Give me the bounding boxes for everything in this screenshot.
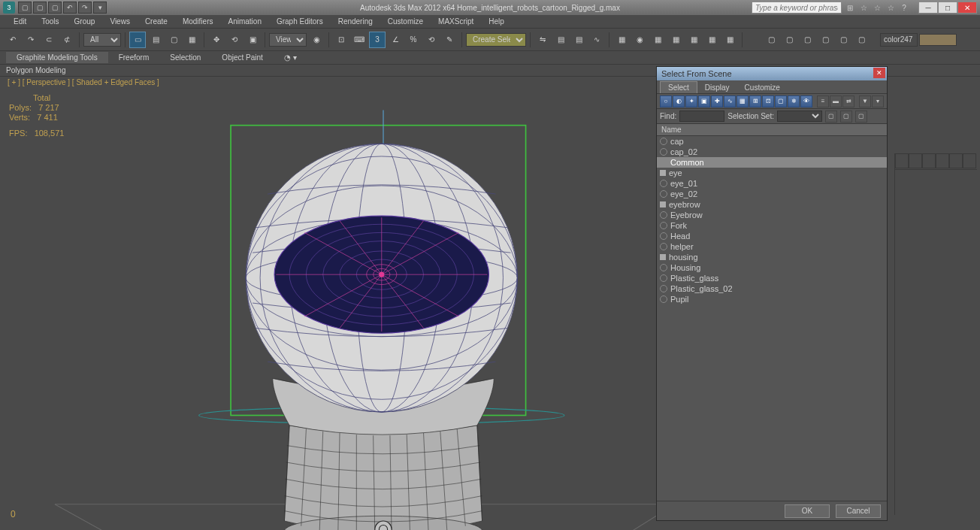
filter-hidden-icon[interactable]: 👁 [800,95,812,108]
move-icon[interactable]: ✥ [208,32,225,48]
filter-frozen-icon[interactable]: ❄ [788,95,800,108]
rules-icon[interactable]: ▢ [817,32,833,48]
view-dropdown-icon[interactable]: ▾ [872,95,884,108]
menu-maxscript[interactable]: MAXScript [431,16,481,27]
spinner-snap-icon[interactable]: ⟲ [423,32,440,48]
unlink-icon[interactable]: ⊄ [59,32,75,48]
mirror-icon[interactable]: ⇋ [534,32,551,48]
link-icon[interactable]: ⊂ [41,32,57,48]
selset-btn3-icon[interactable]: ▢ [855,111,867,123]
list-item[interactable]: cap [657,136,887,147]
selection-filter[interactable]: All [83,33,121,47]
material-editor-icon[interactable]: ◉ [631,32,648,48]
list-item[interactable]: eye [657,168,887,178]
list-item[interactable]: housing [657,252,887,262]
manipulate-icon[interactable]: ⊡ [333,32,349,48]
list-item[interactable]: Housing [657,262,887,273]
edit-named-sel-icon[interactable]: ✎ [441,32,458,48]
qat-save-icon[interactable]: ▢ [48,2,62,14]
list-item[interactable]: Common [657,157,887,168]
render-setup-icon[interactable]: ▦ [649,32,666,48]
close-button[interactable]: ✕ [957,2,977,14]
filter-light-icon[interactable]: ✦ [685,95,697,108]
update-container-icon[interactable]: ▢ [799,32,815,48]
render-production-icon[interactable]: ▦ [721,32,738,48]
edit-container-icon[interactable]: ▢ [781,32,797,48]
align-icon[interactable]: ▤ [552,32,569,48]
named-selection-set[interactable]: Create Selection Se [466,33,526,47]
filter-container-icon[interactable]: ▢ [775,95,787,108]
cmd-create-tab[interactable] [895,153,909,168]
ok-button[interactable]: OK [785,504,830,518]
exchange-icon[interactable]: ☆ [872,2,882,13]
cmd-hierarchy-tab[interactable] [922,153,936,168]
ribbon-object-paint[interactable]: Object Paint [211,52,273,63]
list-item[interactable]: eye_01 [657,178,887,189]
cmd-modify-tab[interactable] [909,153,922,168]
menu-help[interactable]: Help [481,16,512,27]
menu-views[interactable]: Views [102,16,138,27]
window-crossing-icon[interactable]: ▦ [183,32,200,48]
list-item[interactable]: cap_02 [657,147,887,157]
filter-spacewarp-icon[interactable]: ∿ [724,95,736,108]
list-item[interactable]: Head [657,231,887,241]
menu-modifiers[interactable]: Modifiers [175,16,221,27]
schematic-view-icon[interactable]: ▦ [613,32,630,48]
selset-dropdown[interactable] [777,111,822,122]
menu-tools[interactable]: Tools [34,16,66,27]
list-none-icon[interactable]: ▬ [830,95,842,108]
qat-more-icon[interactable]: ▾ [93,2,107,14]
ribbon-selection[interactable]: Selection [159,52,211,63]
cmd-display-tab[interactable] [949,153,963,168]
menu-edit[interactable]: Edit [6,16,34,27]
scale-icon[interactable]: ▣ [244,32,261,48]
lock-icon[interactable]: ▢ [853,32,870,48]
ribbon-min-icon[interactable]: ◔ ▾ [274,52,307,63]
select-region-icon[interactable]: ▢ [165,32,182,48]
dialog-tab-customize[interactable]: Customize [737,82,788,93]
pivot-center-icon[interactable]: ◉ [308,32,325,48]
list-item[interactable]: eyebrow [657,199,887,210]
color-name-input[interactable] [880,33,918,47]
list-header-name[interactable]: Name [657,124,887,136]
dialog-tab-select[interactable]: Select [660,81,697,93]
filter-bone-icon[interactable]: ⊡ [762,95,774,108]
dialog-titlebar[interactable]: Select From Scene ✕ [657,67,887,80]
help-icon[interactable]: ? [899,2,909,13]
undo-icon[interactable]: ↶ [5,32,21,48]
qat-undo-icon[interactable]: ↶ [63,2,77,14]
keyboard-shortcut-icon[interactable]: ⌨ [351,32,368,48]
menu-rendering[interactable]: Rendering [331,16,380,27]
override-icon[interactable]: ▢ [835,32,851,48]
list-item[interactable]: Plastic_glass [657,273,887,283]
list-item[interactable]: eye_02 [657,189,887,199]
rotate-icon[interactable]: ⟲ [226,32,243,48]
menu-customize[interactable]: Customize [380,16,431,27]
ribbon-graphite[interactable]: Graphite Modeling Tools [6,52,108,63]
render-icon[interactable]: ▦ [703,32,720,48]
list-all-icon[interactable]: ≡ [817,95,829,108]
find-input[interactable] [679,111,724,122]
infocenter-icon[interactable]: ⊞ [845,2,855,13]
list-invert-icon[interactable]: ⇄ [842,95,854,108]
list-item[interactable]: Eyebrow [657,210,887,220]
minimize-button[interactable]: ─ [918,2,938,14]
redo-icon[interactable]: ↷ [23,32,39,48]
filter-shape-icon[interactable]: ◐ [673,95,685,108]
object-color-swatch[interactable] [919,34,957,46]
filter-group-icon[interactable]: ▦ [737,95,749,108]
qat-new-icon[interactable]: ▢ [18,2,32,14]
help-search-input[interactable] [752,2,842,14]
cmd-motion-tab[interactable] [936,153,949,168]
percent-snap-icon[interactable]: % [405,32,422,48]
maximize-button[interactable]: □ [938,2,957,14]
list-item[interactable]: helper [657,241,887,252]
selset-btn1-icon[interactable]: ▢ [825,111,837,123]
select-object-icon[interactable]: ▭ [129,32,146,48]
quick-render-icon[interactable]: ▦ [685,32,702,48]
dialog-tab-display[interactable]: Display [697,82,737,93]
cancel-button[interactable]: Cancel [836,504,881,518]
filter-camera-icon[interactable]: ▣ [698,95,710,108]
menu-animation[interactable]: Animation [220,16,268,27]
filter-helper-icon[interactable]: ✚ [711,95,723,108]
